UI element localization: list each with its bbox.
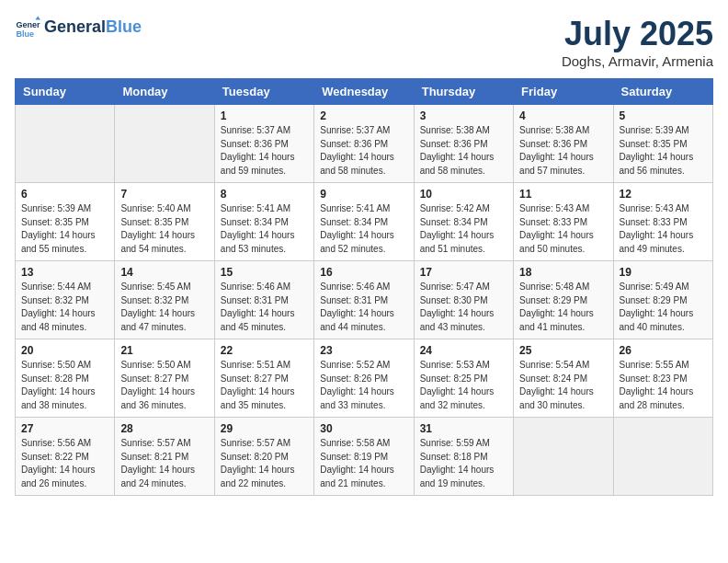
day-info: Sunrise: 5:41 AMSunset: 8:34 PMDaylight:…: [320, 202, 407, 256]
calendar-cell: 19Sunrise: 5:49 AMSunset: 8:29 PMDayligh…: [613, 261, 712, 339]
day-number: 11: [519, 188, 607, 201]
calendar-cell: 20Sunrise: 5:50 AMSunset: 8:28 PMDayligh…: [16, 339, 115, 418]
svg-marker-2: [35, 16, 40, 19]
day-info: Sunrise: 5:47 AMSunset: 8:30 PMDaylight:…: [420, 281, 507, 334]
day-info: Sunrise: 5:54 AMSunset: 8:24 PMDaylight:…: [519, 359, 607, 412]
weekday-header: Monday: [115, 79, 214, 105]
calendar-cell: 1Sunrise: 5:37 AMSunset: 8:36 PMDaylight…: [214, 105, 313, 183]
calendar-cell: 26Sunrise: 5:55 AMSunset: 8:23 PMDayligh…: [613, 339, 712, 418]
weekday-header: Sunday: [16, 79, 115, 105]
day-number: 22: [221, 344, 308, 357]
month-title: July 2025: [562, 15, 713, 53]
day-info: Sunrise: 5:39 AMSunset: 8:35 PMDaylight:…: [21, 202, 108, 256]
calendar-cell: 29Sunrise: 5:57 AMSunset: 8:20 PMDayligh…: [214, 418, 313, 496]
calendar-cell: 21Sunrise: 5:50 AMSunset: 8:27 PMDayligh…: [115, 339, 214, 418]
calendar-cell: 7Sunrise: 5:40 AMSunset: 8:35 PMDaylight…: [115, 183, 214, 261]
day-number: 8: [221, 188, 308, 201]
day-number: 9: [320, 188, 407, 201]
calendar-cell: 25Sunrise: 5:54 AMSunset: 8:24 PMDayligh…: [514, 339, 613, 418]
day-info: Sunrise: 5:50 AMSunset: 8:28 PMDaylight:…: [21, 359, 108, 412]
logo-icon: General Blue: [15, 15, 40, 40]
calendar-cell: 8Sunrise: 5:41 AMSunset: 8:34 PMDaylight…: [214, 183, 313, 261]
calendar-cell: 4Sunrise: 5:38 AMSunset: 8:36 PMDaylight…: [514, 105, 613, 183]
day-number: 21: [120, 344, 208, 357]
day-number: 23: [320, 344, 407, 357]
logo: General Blue GeneralBlue: [15, 15, 142, 40]
calendar-table: SundayMondayTuesdayWednesdayThursdayFrid…: [15, 78, 713, 496]
day-number: 15: [221, 266, 308, 279]
calendar-cell: 10Sunrise: 5:42 AMSunset: 8:34 PMDayligh…: [414, 183, 513, 261]
calendar-cell: 3Sunrise: 5:38 AMSunset: 8:36 PMDaylight…: [414, 105, 513, 183]
calendar-week-row: 20Sunrise: 5:50 AMSunset: 8:28 PMDayligh…: [16, 339, 713, 418]
day-info: Sunrise: 5:38 AMSunset: 8:36 PMDaylight:…: [519, 124, 607, 178]
day-info: Sunrise: 5:53 AMSunset: 8:25 PMDaylight:…: [420, 359, 507, 412]
day-number: 17: [420, 266, 507, 279]
day-number: 24: [420, 344, 507, 357]
page-header: General Blue GeneralBlue July 2025 Doghs…: [15, 15, 713, 69]
calendar-week-row: 27Sunrise: 5:56 AMSunset: 8:22 PMDayligh…: [16, 418, 713, 496]
calendar-cell: [115, 105, 214, 183]
day-number: 16: [320, 266, 407, 279]
day-info: Sunrise: 5:57 AMSunset: 8:20 PMDaylight:…: [221, 437, 308, 490]
day-number: 4: [519, 109, 607, 122]
calendar-cell: 14Sunrise: 5:45 AMSunset: 8:32 PMDayligh…: [115, 261, 214, 339]
weekday-header: Friday: [514, 79, 613, 105]
calendar-week-row: 13Sunrise: 5:44 AMSunset: 8:32 PMDayligh…: [16, 261, 713, 339]
calendar-cell: [613, 418, 712, 496]
day-number: 6: [21, 188, 108, 201]
calendar-cell: 11Sunrise: 5:43 AMSunset: 8:33 PMDayligh…: [514, 183, 613, 261]
day-info: Sunrise: 5:37 AMSunset: 8:36 PMDaylight:…: [221, 124, 308, 178]
day-info: Sunrise: 5:43 AMSunset: 8:33 PMDaylight:…: [620, 202, 707, 256]
calendar-cell: 28Sunrise: 5:57 AMSunset: 8:21 PMDayligh…: [115, 418, 214, 496]
day-info: Sunrise: 5:59 AMSunset: 8:18 PMDaylight:…: [420, 437, 507, 490]
calendar-cell: 23Sunrise: 5:52 AMSunset: 8:26 PMDayligh…: [314, 339, 414, 418]
logo-text: GeneralBlue: [44, 18, 142, 37]
day-number: 28: [120, 422, 208, 435]
day-number: 31: [420, 422, 507, 435]
calendar-cell: 12Sunrise: 5:43 AMSunset: 8:33 PMDayligh…: [613, 183, 712, 261]
weekday-header: Wednesday: [314, 79, 414, 105]
day-info: Sunrise: 5:55 AMSunset: 8:23 PMDaylight:…: [620, 359, 707, 412]
calendar-cell: 2Sunrise: 5:37 AMSunset: 8:36 PMDaylight…: [314, 105, 414, 183]
day-number: 13: [21, 266, 108, 279]
calendar-cell: 15Sunrise: 5:46 AMSunset: 8:31 PMDayligh…: [214, 261, 313, 339]
day-number: 19: [620, 266, 707, 279]
day-info: Sunrise: 5:50 AMSunset: 8:27 PMDaylight:…: [120, 359, 208, 412]
day-info: Sunrise: 5:44 AMSunset: 8:32 PMDaylight:…: [21, 281, 108, 334]
day-info: Sunrise: 5:38 AMSunset: 8:36 PMDaylight:…: [420, 124, 507, 178]
day-info: Sunrise: 5:46 AMSunset: 8:31 PMDaylight:…: [221, 281, 308, 334]
day-number: 29: [221, 422, 308, 435]
weekday-header: Saturday: [613, 79, 712, 105]
day-number: 18: [519, 266, 607, 279]
calendar-cell: 30Sunrise: 5:58 AMSunset: 8:19 PMDayligh…: [314, 418, 414, 496]
day-number: 25: [519, 344, 607, 357]
calendar-week-row: 1Sunrise: 5:37 AMSunset: 8:36 PMDaylight…: [16, 105, 713, 183]
day-number: 5: [620, 109, 707, 122]
day-number: 30: [320, 422, 407, 435]
location-subtitle: Doghs, Armavir, Armenia: [562, 53, 713, 69]
weekday-header-row: SundayMondayTuesdayWednesdayThursdayFrid…: [16, 79, 713, 105]
calendar-cell: 22Sunrise: 5:51 AMSunset: 8:27 PMDayligh…: [214, 339, 313, 418]
calendar-cell: 24Sunrise: 5:53 AMSunset: 8:25 PMDayligh…: [414, 339, 513, 418]
title-block: July 2025 Doghs, Armavir, Armenia: [562, 15, 713, 69]
day-info: Sunrise: 5:42 AMSunset: 8:34 PMDaylight:…: [420, 202, 507, 256]
day-number: 10: [420, 188, 507, 201]
day-number: 12: [620, 188, 707, 201]
day-info: Sunrise: 5:46 AMSunset: 8:31 PMDaylight:…: [320, 281, 407, 334]
calendar-cell: 18Sunrise: 5:48 AMSunset: 8:29 PMDayligh…: [514, 261, 613, 339]
day-info: Sunrise: 5:37 AMSunset: 8:36 PMDaylight:…: [320, 124, 407, 178]
day-number: 3: [420, 109, 507, 122]
day-info: Sunrise: 5:49 AMSunset: 8:29 PMDaylight:…: [620, 281, 707, 334]
day-info: Sunrise: 5:41 AMSunset: 8:34 PMDaylight:…: [221, 202, 308, 256]
day-info: Sunrise: 5:51 AMSunset: 8:27 PMDaylight:…: [221, 359, 308, 412]
day-number: 27: [21, 422, 108, 435]
calendar-week-row: 6Sunrise: 5:39 AMSunset: 8:35 PMDaylight…: [16, 183, 713, 261]
calendar-cell: 17Sunrise: 5:47 AMSunset: 8:30 PMDayligh…: [414, 261, 513, 339]
day-number: 14: [120, 266, 208, 279]
day-info: Sunrise: 5:39 AMSunset: 8:35 PMDaylight:…: [620, 124, 707, 178]
weekday-header: Tuesday: [214, 79, 313, 105]
day-number: 1: [221, 109, 308, 122]
svg-text:Blue: Blue: [16, 29, 34, 39]
day-number: 26: [620, 344, 707, 357]
day-info: Sunrise: 5:40 AMSunset: 8:35 PMDaylight:…: [120, 202, 208, 256]
